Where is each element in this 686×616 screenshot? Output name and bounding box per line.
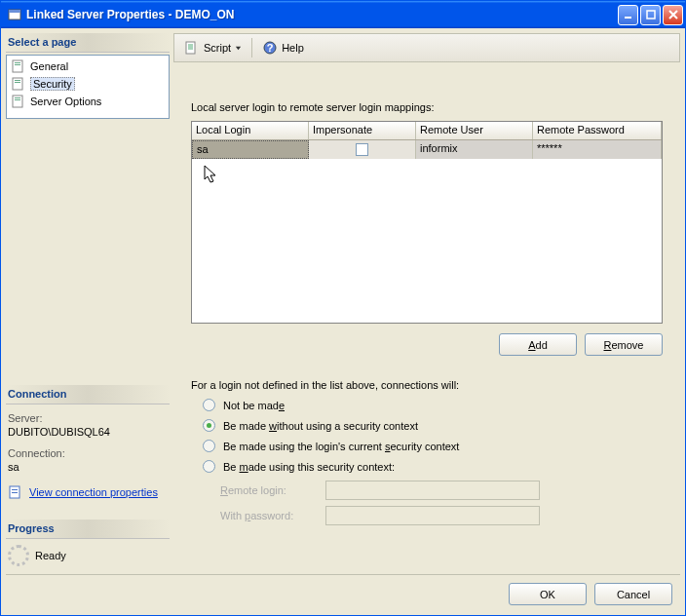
dialog-footer: OK Cancel [6,574,680,613]
radio-not-made[interactable]: Not be made [203,399,663,411]
left-panel: Select a page General Security Server Op… [6,33,170,570]
radio-label: Be made using this security context: [223,461,395,473]
svg-rect-10 [13,96,22,107]
radio-label: Be made using the login's current securi… [223,441,459,452]
view-connection-properties-link[interactable]: View connection properties [29,486,158,498]
cell-impersonate[interactable] [309,140,416,159]
right-panel: Script ? Help Local server login to remo… [173,33,680,570]
svg-rect-9 [15,82,20,83]
progress-row: Ready [6,541,170,570]
connection-info: Server: DUBITO\DUBISQL64 Connection: sa … [6,406,170,506]
svg-rect-16 [186,42,195,54]
app-icon [7,7,22,22]
nav-general[interactable]: General [9,58,167,75]
col-local-login[interactable]: Local Login [192,122,309,139]
titlebar[interactable]: Linked Server Properties - DEMO_ON [1,1,685,28]
grid-empty-area[interactable] [192,159,662,323]
page-icon [11,58,26,74]
add-button[interactable]: Add [499,333,577,356]
svg-text:?: ? [267,42,274,54]
svg-rect-15 [12,492,18,493]
nav-security[interactable]: Security [9,75,167,93]
page-icon [11,94,26,109]
cell-local-login[interactable]: sa [192,140,309,159]
toolbar: Script ? Help [173,33,680,62]
page-icon [11,76,26,92]
progress-header: Progress [6,520,170,539]
remote-login-input [325,481,540,500]
impersonate-checkbox[interactable] [356,143,368,156]
dialog-window: Linked Server Properties - DEMO_ON Selec… [0,0,686,616]
script-button[interactable]: Script [180,38,246,58]
grid-header-row: Local Login Impersonate Remote User Remo… [192,122,662,140]
nav-server-options[interactable]: Server Options [9,93,167,110]
help-button[interactable]: ? Help [258,38,308,58]
cancel-button[interactable]: Cancel [594,583,672,605]
svg-rect-12 [15,99,20,100]
remove-button[interactable]: Remove [585,333,663,356]
radio-without-security-context[interactable]: Be made without using a security context [203,419,663,432]
login-mapping-grid[interactable]: Local Login Impersonate Remote User Remo… [191,121,663,324]
with-password-label: With password: [220,510,318,521]
nav-label: Server Options [30,96,101,107]
radio-icon[interactable] [203,399,215,411]
with-password-input [325,506,540,525]
radio-label: Be made without using a security context [223,420,418,432]
minimize-button[interactable] [618,5,638,25]
connection-value: sa [8,461,168,473]
cell-remote-password[interactable]: ****** [533,140,662,159]
radio-this-security-context[interactable]: Be made using this security context: [203,460,663,473]
svg-rect-6 [15,64,20,65]
svg-rect-11 [15,97,20,98]
svg-rect-8 [15,80,20,81]
script-icon [184,40,200,56]
svg-rect-2 [625,17,631,19]
grid-row[interactable]: sa informix ****** [192,140,662,159]
server-value: DUBITO\DUBISQL64 [8,426,168,438]
col-remote-user[interactable]: Remote User [416,122,533,139]
dropdown-arrow-icon [235,45,242,52]
help-label: Help [282,42,304,54]
nav-label: Security [30,77,75,91]
radio-icon[interactable] [203,419,215,432]
svg-rect-4 [13,60,22,72]
script-label: Script [204,42,231,54]
col-impersonate[interactable]: Impersonate [309,122,416,139]
svg-rect-3 [647,11,655,19]
svg-rect-5 [15,62,20,63]
maximize-button[interactable] [640,5,661,25]
server-label: Server: [8,412,168,424]
cell-remote-user[interactable]: informix [416,140,533,159]
select-page-header: Select a page [6,33,170,53]
radio-login-current-context[interactable]: Be made using the login's current securi… [203,440,663,452]
radio-icon[interactable] [203,460,215,473]
remote-login-label: Remote login: [220,484,318,496]
svg-rect-14 [12,489,18,490]
svg-rect-7 [13,78,22,90]
page-nav: General Security Server Options [6,55,170,119]
progress-value: Ready [35,550,66,561]
mapping-label: Local server login to remote server logi… [191,101,663,113]
help-icon: ? [262,40,278,56]
radio-label: Not be made [223,400,285,411]
properties-icon [8,484,23,500]
progress-spinner-icon [8,545,29,566]
ok-button[interactable]: OK [509,583,587,605]
window-title: Linked Server Properties - DEMO_ON [26,8,618,21]
nav-label: General [30,60,68,72]
not-defined-label: For a login not defined in the list abov… [191,379,663,391]
radio-icon[interactable] [203,440,215,452]
svg-rect-1 [9,10,20,13]
close-button[interactable] [663,5,683,25]
col-remote-password[interactable]: Remote Password [533,122,662,139]
connection-label: Connection: [8,447,168,459]
connection-header: Connection [6,385,170,404]
